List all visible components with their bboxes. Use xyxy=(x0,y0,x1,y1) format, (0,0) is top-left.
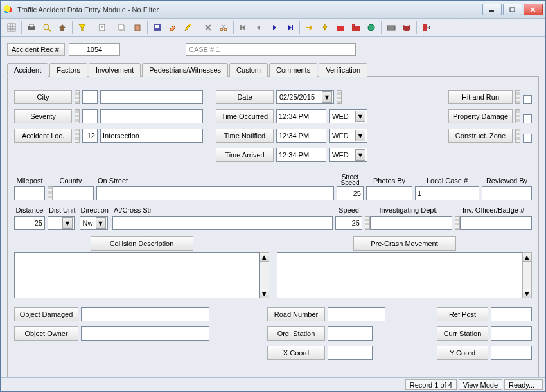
object-damaged-label: Object Damaged xyxy=(14,307,78,321)
paste-icon[interactable] xyxy=(130,21,145,35)
cut-icon[interactable] xyxy=(216,21,231,35)
on-street-input[interactable] xyxy=(96,186,334,200)
time-occurred-day[interactable]: WED▼ xyxy=(329,109,367,123)
grip-icon[interactable] xyxy=(75,109,80,123)
reviewed-by-input[interactable] xyxy=(482,186,532,200)
county-input[interactable] xyxy=(53,186,94,200)
scroll-up-icon[interactable]: ▲ xyxy=(260,253,269,262)
last-icon[interactable] xyxy=(283,21,297,35)
arrow-right-icon[interactable] xyxy=(303,21,317,35)
grip-icon[interactable] xyxy=(515,129,520,143)
chevron-down-icon[interactable]: ▼ xyxy=(355,111,365,122)
delete-icon[interactable] xyxy=(201,21,215,35)
grip-icon[interactable] xyxy=(515,90,520,104)
scrollbar[interactable]: ▲ ▼ xyxy=(522,252,532,298)
folder-icon[interactable] xyxy=(349,21,363,35)
direction-select[interactable]: Nw▼ xyxy=(80,216,108,230)
first-icon[interactable] xyxy=(236,21,251,35)
copy-icon[interactable] xyxy=(115,21,129,35)
grip-icon[interactable] xyxy=(337,90,342,104)
folder-red-icon[interactable] xyxy=(333,21,348,35)
org-station-input[interactable] xyxy=(328,326,373,341)
collision-desc-text[interactable] xyxy=(14,252,260,298)
time-occurred-input[interactable]: 12:34 PM xyxy=(276,109,326,123)
at-cross-input[interactable] xyxy=(112,216,333,230)
construct-zone-checkbox[interactable] xyxy=(523,134,532,143)
scrollbar[interactable]: ▲ ▼ xyxy=(260,252,269,298)
y-coord-input[interactable] xyxy=(491,346,532,360)
tab-factors[interactable]: Factors xyxy=(49,63,87,77)
date-input[interactable]: 02/25/2015▼ xyxy=(276,90,334,104)
time-arrived-input[interactable]: 12:34 PM xyxy=(276,148,326,162)
chevron-down-icon[interactable]: ▼ xyxy=(322,91,332,103)
severity-code-input[interactable] xyxy=(82,109,98,123)
ref-post-input[interactable] xyxy=(491,307,532,321)
grip-icon[interactable] xyxy=(48,186,53,200)
book-icon[interactable] xyxy=(400,21,414,35)
exit-icon[interactable] xyxy=(419,21,434,35)
tab-accident[interactable]: Accident xyxy=(7,63,48,77)
distance-input[interactable]: 25 xyxy=(14,216,45,230)
inv-dept-input[interactable] xyxy=(370,216,452,230)
next-icon[interactable] xyxy=(267,21,281,35)
minimize-button[interactable] xyxy=(482,4,502,15)
time-notified-input[interactable]: 12:34 PM xyxy=(276,129,326,143)
scroll-down-icon[interactable]: ▼ xyxy=(260,289,269,298)
tab-custom[interactable]: Custom xyxy=(229,63,268,77)
accident-loc-text[interactable]: Intersection xyxy=(100,129,203,143)
time-arrived-day[interactable]: WED▼ xyxy=(329,148,367,162)
accident-rec-value[interactable]: 1054 xyxy=(69,43,120,56)
scroll-down-icon[interactable]: ▼ xyxy=(523,289,531,298)
chevron-down-icon[interactable]: ▼ xyxy=(355,130,365,141)
road-number-input[interactable] xyxy=(328,307,385,321)
grip-icon[interactable] xyxy=(75,129,80,143)
city-code-input[interactable] xyxy=(82,90,98,104)
chevron-down-icon[interactable]: ▼ xyxy=(355,149,365,161)
photos-by-input[interactable] xyxy=(366,186,412,200)
curr-station-input[interactable] xyxy=(491,326,532,341)
grip-icon[interactable] xyxy=(515,109,520,123)
street-speed-input[interactable]: 25 xyxy=(337,186,364,200)
pencil-icon[interactable] xyxy=(181,21,195,35)
property-damage-checkbox[interactable] xyxy=(523,114,532,123)
funnel-icon[interactable] xyxy=(75,21,89,35)
tab-verification[interactable]: Verification xyxy=(319,63,367,77)
bolt-icon[interactable] xyxy=(318,21,332,35)
inv-officer-input[interactable] xyxy=(460,216,532,230)
tab-comments[interactable]: Comments xyxy=(269,63,317,77)
maximize-button[interactable] xyxy=(503,4,522,15)
precrash-text[interactable] xyxy=(277,252,522,298)
scroll-up-icon[interactable]: ▲ xyxy=(523,253,531,262)
eraser-icon[interactable] xyxy=(166,21,180,35)
keyboard-icon[interactable] xyxy=(384,21,398,35)
city-input[interactable] xyxy=(100,90,203,104)
object-damaged-input[interactable] xyxy=(81,307,209,321)
chevron-down-icon[interactable]: ▼ xyxy=(62,217,73,229)
object-owner-input[interactable] xyxy=(81,326,209,341)
close-button[interactable] xyxy=(524,4,543,15)
print-icon[interactable] xyxy=(24,21,39,35)
home-icon[interactable] xyxy=(55,21,69,35)
tab-pedestrians[interactable]: Pedestrians/Witnesses xyxy=(142,63,228,77)
time-notified-day[interactable]: WED▼ xyxy=(329,129,367,143)
prev-icon[interactable] xyxy=(252,21,266,35)
chevron-down-icon[interactable]: ▼ xyxy=(96,217,106,229)
search-icon[interactable] xyxy=(40,21,54,35)
x-coord-input[interactable] xyxy=(328,346,373,360)
save-icon[interactable] xyxy=(150,21,164,35)
tab-involvement[interactable]: Involvement xyxy=(89,63,141,77)
milepost-input[interactable] xyxy=(14,186,45,200)
grip-icon[interactable] xyxy=(455,216,460,230)
local-case-input[interactable]: 1 xyxy=(415,186,479,200)
accident-loc-code[interactable]: 12 xyxy=(82,129,98,143)
severity-input[interactable] xyxy=(100,109,203,123)
document-icon[interactable] xyxy=(95,21,109,35)
dist-unit-select[interactable]: ▼ xyxy=(48,216,75,230)
grip-icon[interactable] xyxy=(75,90,80,104)
hit-and-run-checkbox[interactable] xyxy=(523,95,532,104)
speed-input[interactable]: 25 xyxy=(335,216,362,230)
globe-icon[interactable] xyxy=(364,21,378,35)
grip-icon[interactable] xyxy=(365,216,370,230)
grid-icon[interactable] xyxy=(4,21,19,35)
svg-point-41 xyxy=(368,24,374,31)
